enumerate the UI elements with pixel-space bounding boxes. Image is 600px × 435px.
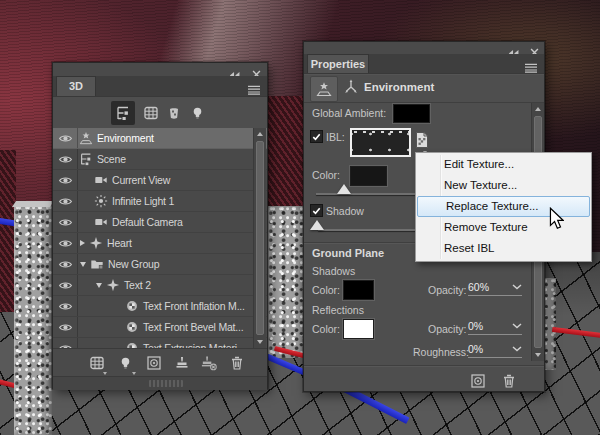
list-item-text-front-inflation[interactable]: Text Front Inflation M... xyxy=(53,296,267,317)
scroll-down-icon[interactable] xyxy=(535,353,541,357)
ibl-color-swatch[interactable] xyxy=(350,166,387,186)
eye-icon xyxy=(58,133,73,144)
scroll-up-icon[interactable] xyxy=(535,107,541,111)
visibility-toggle[interactable] xyxy=(53,296,78,316)
eye-icon xyxy=(58,280,73,291)
list-item-label: Default Camera xyxy=(112,216,183,228)
shadow-label: Shadow xyxy=(326,205,364,217)
chevron-right-icon[interactable] xyxy=(80,240,85,246)
horizontal-scrollbar[interactable] xyxy=(53,376,267,390)
add-mesh-icon[interactable] xyxy=(88,354,105,371)
shadows-opacity-value: 60% xyxy=(468,281,489,293)
eye-icon xyxy=(58,217,73,228)
properties-tabrow: Properties xyxy=(304,54,544,74)
trash-icon[interactable] xyxy=(500,372,518,390)
visibility-toggle[interactable] xyxy=(53,212,78,232)
visibility-toggle[interactable] xyxy=(53,128,78,148)
visibility-toggle[interactable] xyxy=(53,149,78,169)
filter-meshes-icon[interactable] xyxy=(143,105,159,121)
visibility-toggle[interactable] xyxy=(53,254,78,274)
list-item-default-camera[interactable]: Default Camera xyxy=(53,212,267,233)
reflections-opacity-value: 0% xyxy=(468,320,483,332)
eye-icon xyxy=(58,259,73,270)
slider-thumb[interactable] xyxy=(337,184,351,194)
scroll-down-icon[interactable] xyxy=(257,340,263,344)
filter-scene-icon[interactable] xyxy=(111,101,135,125)
group-folder-icon xyxy=(90,257,104,271)
menu-item-reset-ibl[interactable]: Reset IBL xyxy=(416,238,591,259)
chevron-down-icon xyxy=(512,323,522,329)
list-item-label: Heart xyxy=(107,237,132,249)
scene-icon xyxy=(79,152,93,166)
scroll-up-icon[interactable] xyxy=(257,132,263,136)
texture-file-icon[interactable] xyxy=(414,131,430,153)
list-item-label: Text Front Bevel Mat... xyxy=(143,321,243,333)
mesh-icon xyxy=(89,236,103,250)
ground-plane-heading: Ground Plane xyxy=(312,247,384,259)
tab-3d[interactable]: 3D xyxy=(56,76,96,96)
camera-icon xyxy=(94,173,108,187)
properties-header: Environment xyxy=(304,74,544,103)
chevron-down-icon[interactable] xyxy=(80,262,86,267)
eye-icon xyxy=(58,196,73,207)
list-item-infinite-light[interactable]: Infinite Light 1 xyxy=(53,191,267,212)
visibility-toggle[interactable] xyxy=(53,275,78,295)
list-item-scene[interactable]: Scene xyxy=(53,149,267,170)
material-icon xyxy=(125,320,139,334)
menu-item-replace-texture[interactable]: Replace Texture... xyxy=(417,196,590,217)
vertical-scrollbar[interactable] xyxy=(253,128,266,348)
list-item-new-group[interactable]: New Group xyxy=(53,254,267,275)
background-texture xyxy=(264,96,306,212)
shadows-color-swatch[interactable] xyxy=(343,280,374,300)
ibl-checkbox[interactable] xyxy=(310,130,323,143)
environment-icon[interactable] xyxy=(310,76,338,102)
reflections-color-swatch[interactable] xyxy=(343,319,374,339)
list-item-label: New Group xyxy=(108,258,159,270)
shadows-opacity-dropdown[interactable]: 60% xyxy=(468,281,522,296)
ibl-texture-thumbnail[interactable] xyxy=(350,128,411,157)
visibility-toggle[interactable] xyxy=(53,317,78,337)
visibility-toggle[interactable] xyxy=(53,170,78,190)
render-icon[interactable] xyxy=(469,372,487,390)
camera-icon xyxy=(94,215,108,229)
scrollbar-thumb[interactable] xyxy=(149,380,183,387)
filter-materials-icon[interactable] xyxy=(166,105,182,121)
global-ambient-swatch[interactable] xyxy=(393,104,430,123)
new-object-icon[interactable] xyxy=(145,354,162,371)
shadow-checkbox[interactable] xyxy=(310,204,323,217)
delete-constraint-icon[interactable] xyxy=(200,354,217,371)
ground-stamp-icon[interactable] xyxy=(173,354,190,371)
3d-scene-tree: Environment Scene Current View Infinite … xyxy=(53,128,267,348)
list-item-heart[interactable]: Heart xyxy=(53,233,267,254)
tab-properties[interactable]: Properties xyxy=(307,54,369,73)
menu-item-new-texture[interactable]: New Texture... xyxy=(416,175,591,196)
list-item-label: Environment xyxy=(97,132,154,144)
roughness-dropdown[interactable]: 0% xyxy=(468,343,522,358)
reflections-section-label: Reflections xyxy=(312,304,364,316)
chevron-down-icon[interactable] xyxy=(96,283,102,288)
properties-titlebar xyxy=(304,42,544,54)
list-item-text-2[interactable]: Text 2 xyxy=(53,275,267,296)
list-item-current-view[interactable]: Current View xyxy=(53,170,267,191)
mesh-icon xyxy=(106,278,120,292)
slider-thumb[interactable] xyxy=(310,220,324,230)
visibility-toggle[interactable] xyxy=(53,233,78,253)
trash-icon[interactable] xyxy=(228,354,245,371)
menu-item-remove-texture[interactable]: Remove Texture xyxy=(416,217,591,238)
visibility-toggle[interactable] xyxy=(53,191,78,211)
list-item-environment[interactable]: Environment xyxy=(53,128,267,149)
ibl-label: IBL: xyxy=(326,131,345,143)
eye-icon xyxy=(58,322,73,333)
list-item-text-front-bevel[interactable]: Text Front Bevel Mat... xyxy=(53,317,267,338)
list-item-label: Text 2 xyxy=(124,279,151,291)
eye-icon xyxy=(58,154,73,165)
chevron-down-icon xyxy=(512,284,522,290)
shadows-section-label: Shadows xyxy=(312,265,355,277)
filter-lights-icon[interactable] xyxy=(190,105,206,121)
add-light-icon[interactable] xyxy=(117,354,134,371)
menu-item-edit-texture[interactable]: Edit Texture... xyxy=(416,154,591,175)
3d-text-object xyxy=(14,205,52,435)
reflections-opacity-dropdown[interactable]: 0% xyxy=(468,320,522,335)
scrollbar-thumb[interactable] xyxy=(256,141,264,335)
material-icon xyxy=(125,299,139,313)
